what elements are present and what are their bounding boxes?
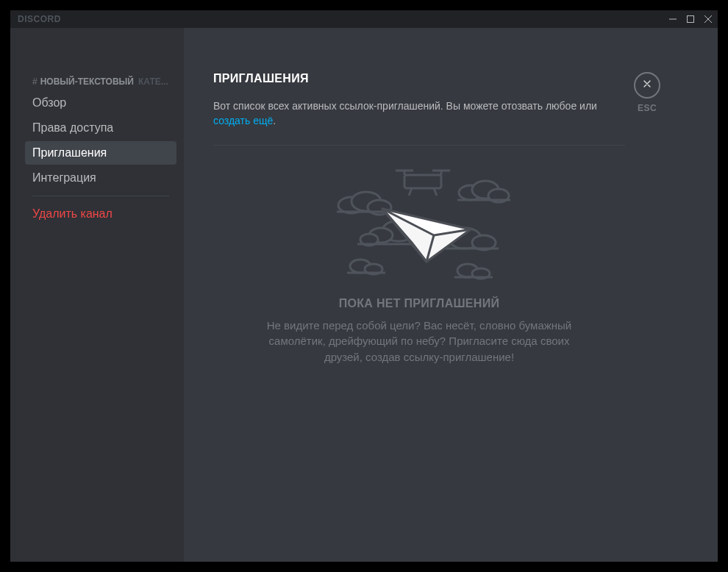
empty-title: ПОКА НЕТ ПРИГЛАШЕНИЙ xyxy=(219,297,619,310)
empty-body: Не видите перед собой цели? Вас несёт, с… xyxy=(250,318,588,365)
sidebar-header: # НОВЫЙ-ТЕКСТОВЫЙ КАТЕ... xyxy=(25,72,176,91)
sidebar-item-delete-channel[interactable]: Удалить канал xyxy=(25,202,176,226)
sidebar-item-permissions[interactable]: Права доступа xyxy=(25,116,176,140)
svg-rect-12 xyxy=(404,175,441,188)
sidebar-item-invites[interactable]: Приглашения xyxy=(25,141,176,165)
page-description: Вот список всех активных ссылок-приглаше… xyxy=(213,99,625,129)
sidebar-item-overview[interactable]: Обзор xyxy=(25,91,176,115)
sidebar-item-label: Приглашения xyxy=(32,146,107,159)
sidebar-item-label: Интеграция xyxy=(32,171,96,184)
channel-name: НОВЫЙ-ТЕКСТОВЫЙ xyxy=(40,76,134,87)
app-name: DISCORD xyxy=(18,14,61,24)
content-column: ПРИГЛАШЕНИЯ Вот список всех активных ссы… xyxy=(184,28,718,562)
sidebar-item-label: Удалить канал xyxy=(32,207,113,220)
sidebar-item-label: Права доступа xyxy=(32,121,113,134)
create-invite-link[interactable]: создать ещё xyxy=(213,115,273,126)
sidebar-item-integrations[interactable]: Интеграция xyxy=(25,166,176,190)
close-icon xyxy=(641,78,653,93)
maximize-icon[interactable] xyxy=(687,15,694,23)
close-button[interactable] xyxy=(634,72,660,99)
window-controls xyxy=(669,15,712,23)
page-title: ПРИГЛАШЕНИЯ xyxy=(213,72,625,85)
desc-text: Вот список всех активных ссылок-приглаше… xyxy=(213,100,597,112)
divider xyxy=(213,145,625,146)
esc-label: ESC xyxy=(638,103,657,113)
desc-suffix: . xyxy=(273,115,276,126)
hash-icon: # xyxy=(32,76,38,87)
sidebar: # НОВЫЙ-ТЕКСТОВЫЙ КАТЕ... Обзор Права до… xyxy=(10,28,184,562)
sidebar-separator xyxy=(32,196,169,196)
empty-state: ПОКА НЕТ ПРИГЛАШЕНИЙ Не видите перед соб… xyxy=(213,159,625,365)
svg-rect-1 xyxy=(688,16,694,23)
sidebar-item-label: Обзор xyxy=(32,96,66,109)
category-label: КАТЕ... xyxy=(138,76,168,87)
minimize-icon[interactable] xyxy=(669,15,677,23)
titlebar: DISCORD xyxy=(10,10,718,28)
close-window-icon[interactable] xyxy=(704,15,712,23)
close-column: ESC xyxy=(625,72,669,532)
paper-plane-art xyxy=(316,159,522,284)
